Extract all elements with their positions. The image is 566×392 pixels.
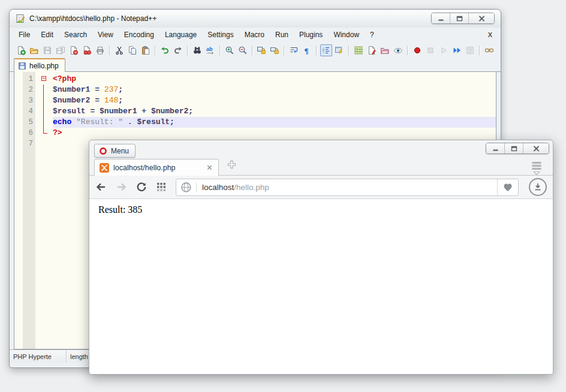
close-doc-icon[interactable] <box>68 44 80 56</box>
folder-workspace-icon[interactable] <box>379 44 391 56</box>
redo-icon[interactable] <box>172 44 184 56</box>
cut-icon[interactable] <box>113 44 125 56</box>
save-icon[interactable] <box>41 44 53 56</box>
npp-minimize-button[interactable] <box>432 13 450 23</box>
opera-toolbar: localhost/hello.php <box>89 176 553 199</box>
token-op: = <box>95 85 100 94</box>
tab-close-icon[interactable] <box>206 164 213 171</box>
npp-tab-hello-php[interactable]: hello.php <box>14 58 65 72</box>
menu-item-run[interactable]: Run <box>270 29 294 41</box>
tab-menu-icon[interactable] <box>530 161 543 176</box>
token-var: $number1 <box>100 107 137 116</box>
zoom-in-icon[interactable] <box>224 44 236 56</box>
sync-horizontal-icon[interactable] <box>269 44 281 56</box>
menu-item-help[interactable]: ? <box>365 29 380 41</box>
token-tag: ?> <box>53 128 62 137</box>
macro-save-icon[interactable] <box>464 44 476 56</box>
new-tab-icon[interactable] <box>227 159 237 172</box>
paste-icon[interactable] <box>140 44 152 56</box>
token-op: + <box>142 107 146 116</box>
indent-guide-icon[interactable] <box>320 44 332 56</box>
find-icon[interactable] <box>191 44 203 56</box>
opera-minimize-button[interactable] <box>486 143 504 153</box>
plugin-link-icon[interactable] <box>483 44 495 56</box>
forward-icon[interactable] <box>116 182 127 192</box>
opera-restore-button[interactable] <box>504 143 523 153</box>
code-line-1[interactable]: 1<?php <box>14 74 496 85</box>
token-num: 237 <box>104 85 118 94</box>
token-pl <box>71 117 76 126</box>
toolbar-separator <box>155 46 156 55</box>
close-all-icon[interactable] <box>81 44 93 56</box>
new-file-icon[interactable] <box>15 44 27 56</box>
toolbar-separator <box>109 46 110 55</box>
opera-window: Menu localhost/hello.php <box>89 140 553 375</box>
sync-vertical-icon[interactable] <box>256 44 268 56</box>
macro-run-multi-icon[interactable] <box>451 44 463 56</box>
fold-marker-line <box>35 117 53 128</box>
downloads-button[interactable] <box>529 178 547 196</box>
url-divider <box>196 182 197 192</box>
save-all-icon[interactable] <box>55 44 67 56</box>
code-line-4[interactable]: 4$result = $number1 + $number2; <box>14 106 496 117</box>
copy-icon[interactable] <box>127 44 139 56</box>
replace-icon[interactable]: ab <box>204 44 216 56</box>
menu-item-window[interactable]: Window <box>328 29 365 41</box>
code-text: <?php <box>53 74 496 85</box>
menu-item-settings[interactable]: Settings <box>202 29 239 41</box>
show-all-chars-icon[interactable]: ¶ <box>301 44 313 56</box>
fold-marker-line <box>35 85 53 95</box>
opera-menu-label: Menu <box>111 147 129 155</box>
opera-tab-localhost[interactable]: localhost/hello.php <box>94 159 219 176</box>
url-host: localhost <box>202 183 234 192</box>
fold-marker-open[interactable] <box>35 74 53 85</box>
doc-switcher-icon[interactable] <box>366 44 378 56</box>
menu-item-search[interactable]: Search <box>59 29 92 41</box>
npp-code-area[interactable]: 1<?php2$number1 = 237;3$number2 = 148;4$… <box>14 74 496 149</box>
url-text[interactable]: localhost/hello.php <box>202 183 497 192</box>
npp-restore-button[interactable] <box>450 13 468 23</box>
zoom-out-icon[interactable] <box>237 44 249 56</box>
npp-titlebar[interactable]: C:\xampp\htdocs\hello.php - Notepad++ <box>10 10 501 28</box>
file-monitoring-icon[interactable] <box>392 44 404 56</box>
opera-menu-button[interactable]: Menu <box>94 144 136 158</box>
user-define-dialog-icon[interactable] <box>333 44 345 56</box>
word-wrap-icon[interactable] <box>288 44 300 56</box>
bookmark-heart-button[interactable] <box>497 179 518 195</box>
menu-item-encoding[interactable]: Encoding <box>119 29 159 41</box>
print-icon[interactable] <box>94 44 106 56</box>
token-pl <box>95 107 100 116</box>
back-icon[interactable] <box>95 182 107 192</box>
xampp-favicon <box>100 163 109 173</box>
menu-item-plugins[interactable]: Plugins <box>294 29 328 41</box>
doc-map-icon[interactable] <box>353 44 365 56</box>
npp-tabbar: hello.php <box>10 58 501 72</box>
code-line-5[interactable]: 5echo "Result: " . $result; <box>14 117 496 128</box>
undo-icon[interactable] <box>159 44 171 56</box>
reload-icon[interactable] <box>136 182 147 192</box>
opera-top-frame[interactable]: Menu <box>89 140 553 158</box>
macro-stop-icon[interactable] <box>424 44 436 56</box>
menu-item-macro[interactable]: Macro <box>239 29 270 41</box>
address-bar[interactable]: localhost/hello.php <box>176 179 519 196</box>
token-pl <box>100 96 104 105</box>
macro-record-icon[interactable] <box>411 44 423 56</box>
npp-close-button[interactable] <box>468 13 494 23</box>
menu-item-edit[interactable]: Edit <box>35 29 59 41</box>
menu-item-language[interactable]: Language <box>159 29 202 41</box>
code-text: echo "Result: " . $result; <box>53 117 496 128</box>
npp-window-controls <box>431 13 495 24</box>
toolbar-separator <box>187 46 188 55</box>
menu-item-view[interactable]: View <box>92 29 119 41</box>
menu-item-file[interactable]: File <box>13 29 35 41</box>
macro-play-icon[interactable] <box>438 44 450 56</box>
code-line-6[interactable]: 6?> <box>14 128 496 138</box>
code-line-3[interactable]: 3$number2 = 148; <box>14 95 496 106</box>
open-folder-icon[interactable] <box>28 44 40 56</box>
opera-close-button[interactable] <box>523 143 549 153</box>
site-globe-icon[interactable] <box>176 182 196 193</box>
npp-menubar-close-doc-button[interactable]: X <box>486 30 495 40</box>
code-line-2[interactable]: 2$number1 = 237; <box>14 85 496 95</box>
speed-dial-icon[interactable] <box>156 182 167 192</box>
toolbar-separator <box>479 46 480 55</box>
